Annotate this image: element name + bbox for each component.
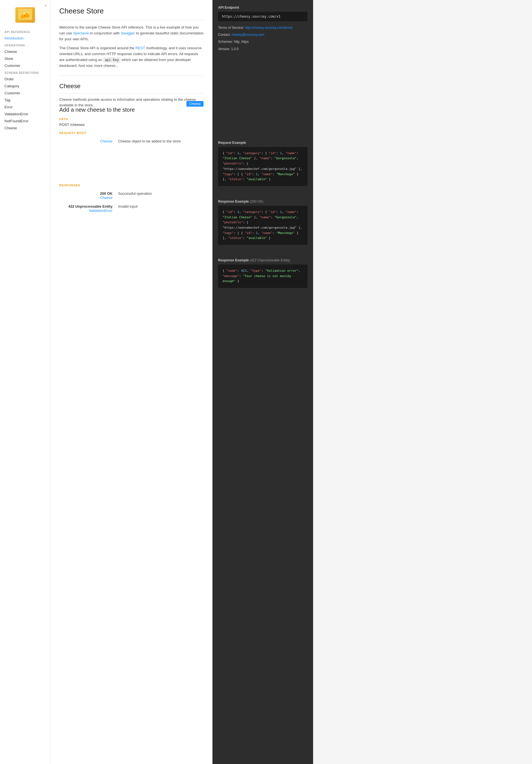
endpoint-title: Add a new cheese to the store <box>59 106 203 113</box>
response-422-example-label: Response Example (422 Unprocessable Enti… <box>218 258 308 262</box>
responses-label: RESPONSES <box>59 184 203 187</box>
divider-1 <box>59 76 203 76</box>
sidebar-item-introduction[interactable]: Introduction <box>0 35 50 42</box>
cheese-section-title: Cheese <box>59 83 203 94</box>
cheese-section: Cheese Cheese methods provide access to … <box>59 83 203 108</box>
response-422-row: 422 Unprocessable Entity ValidationError… <box>59 202 203 215</box>
schemes-value: http, https <box>234 40 249 44</box>
response-200-code: { "id": 1, "category": { "id": 1, "name"… <box>218 206 308 245</box>
response-200-row: 200 OK Cheese Successful operation <box>59 189 203 202</box>
tos-label: Terms of Service: <box>218 26 244 30</box>
version-label: Version: <box>218 47 230 51</box>
request-body-desc: Cheese object to be added to the store <box>117 137 203 145</box>
response-200-example-label: Response Example (200 OK) <box>218 200 308 203</box>
sidebar-item-cheese-schema[interactable]: Cheese <box>0 124 50 131</box>
sidebar-item-cheese[interactable]: Cheese <box>0 48 50 55</box>
contact-link[interactable]: cheesy@sourcey.com <box>231 33 264 37</box>
contact-meta: Contact: cheesy@sourcey.com <box>218 32 308 38</box>
sidebar-item-store[interactable]: Store <box>0 55 50 62</box>
request-example-section: Request Example { "id": 1, "category": {… <box>212 136 313 195</box>
path-label: PATH <box>59 117 203 121</box>
rest-link[interactable]: REST <box>135 46 145 50</box>
request-body-type-link[interactable]: Cheese <box>100 139 113 143</box>
api-info-section: API Endpoint https://cheesy.sourcey.com/… <box>212 0 313 58</box>
schema-label: SCHEMA DEFINITIONS <box>0 69 50 76</box>
swagger-link[interactable]: Swagger <box>121 31 135 35</box>
contact-label: Contact: <box>218 33 231 37</box>
response-200-sub: (200 OK) <box>250 200 263 203</box>
api-key-code: api-key <box>103 57 121 63</box>
sidebar: × API REFERENCE Introduction OPERATIONS … <box>0 0 50 764</box>
request-example-code: { "id": 1, "category": { "id": 1, "name"… <box>218 147 308 186</box>
request-body-label: REQUEST BODY <box>59 131 203 135</box>
response-200-section: Response Example (200 OK) { "id": 1, "ca… <box>212 195 313 254</box>
main-content: Cheese Store Welcome to the sample Chees… <box>50 0 212 764</box>
response-200-desc: Successful operation <box>117 189 203 202</box>
response-200-link[interactable]: Cheese <box>61 196 112 200</box>
sidebar-item-customer-ops[interactable]: Customer <box>0 62 50 69</box>
tos-link[interactable]: http://cheesy.sourcey.com/terms <box>245 26 293 30</box>
response-422-code: { "code": 422, "type": "Validation error… <box>218 265 308 288</box>
path-value: POST /cheeses <box>59 122 203 127</box>
response-422-section: Response Example (422 Unprocessable Enti… <box>212 254 313 297</box>
request-body-row: Cheese Cheese object to be added to the … <box>59 137 203 145</box>
spectacle-link[interactable]: Spectacle <box>73 31 89 35</box>
request-body-table: Cheese Cheese object to be added to the … <box>59 137 203 145</box>
sidebar-item-tag[interactable]: Tag <box>0 96 50 103</box>
sidebar-item-customer[interactable]: Customer <box>0 90 50 96</box>
response-422-link[interactable]: ValidationError <box>61 209 112 213</box>
intro-paragraph-1: Welcome to the sample Cheese Store API r… <box>59 25 203 42</box>
version-value: 1.0.0 <box>231 47 239 51</box>
endpoint-section: Add a new cheese to the store PATH POST … <box>59 106 203 215</box>
responses-table: 200 OK Cheese Successful operation 422 U… <box>59 189 203 215</box>
api-endpoint-label: API Endpoint <box>218 6 308 10</box>
page-title: Cheese Store <box>59 7 203 20</box>
response-422-status: 422 Unprocessable Entity <box>61 204 112 209</box>
tos-meta: Terms of Service: http://cheesy.sourcey.… <box>218 25 308 31</box>
version-meta: Version: 1.0.0 <box>218 47 308 52</box>
api-reference-label: API REFERENCE <box>0 28 50 35</box>
intro-paragraph-2: The Cheese Store API is organized around… <box>59 45 203 69</box>
sidebar-item-order[interactable]: Order <box>0 76 50 83</box>
close-icon[interactable]: × <box>45 3 47 8</box>
sidebar-item-category[interactable]: Category <box>0 83 50 90</box>
request-example-label: Request Example <box>218 141 308 145</box>
operations-label: OPERATIONS <box>0 42 50 48</box>
response-200-status: 200 OK <box>61 191 112 196</box>
schemes-label: Schemes: <box>218 40 233 44</box>
logo-image <box>15 7 35 23</box>
api-endpoint-value: https://cheesy.sourcey.com/v1 <box>218 12 308 21</box>
sidebar-item-error[interactable]: Error <box>0 103 50 110</box>
response-422-sub: (422 Unprocessable Entity) <box>250 258 290 262</box>
sidebar-item-validation-error[interactable]: ValidationError <box>0 110 50 117</box>
logo <box>0 4 50 28</box>
right-panel: API Endpoint https://cheesy.sourcey.com/… <box>212 0 313 764</box>
schemes-meta: Schemes: http, https <box>218 39 308 45</box>
response-422-desc: Invalid input <box>117 202 203 215</box>
sidebar-item-not-found-error[interactable]: NotFoundError <box>0 117 50 124</box>
